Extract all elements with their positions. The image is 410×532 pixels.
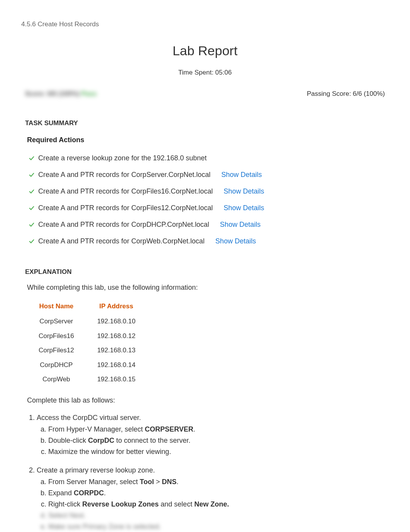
sub-step-text: >: [154, 478, 162, 486]
action-text: Create A and PTR records for CorpWeb.Cor…: [38, 236, 205, 246]
table-row: CorpFiles16 192.168.0.12: [27, 329, 147, 343]
step-title: Create a primary reverse lookup zone.: [37, 466, 155, 474]
sub-step-bold: CORPSERVER: [145, 425, 193, 433]
action-text: Create A and PTR records for CorpFiles16…: [38, 186, 213, 197]
sub-step: Right-click Reverse Lookup Zones and sel…: [48, 499, 389, 510]
action-text: Create a reverse lookup zone for the 192…: [38, 153, 207, 163]
sub-step-text: .: [104, 489, 106, 497]
sub-step-text: Make sure Primary Zone is selected.: [48, 523, 161, 530]
breadcrumb: 4.5.6 Create Host Records: [21, 19, 389, 29]
page-title: Lab Report: [21, 41, 389, 61]
sub-step-blurred: Select Next.: [48, 510, 389, 521]
table-header-ip: IP Address: [86, 298, 147, 314]
table-cell-host: CorpFiles12: [27, 343, 86, 358]
score-result: Score: 6/6 (100%) Pass: [25, 89, 97, 99]
sub-step-bold: Tool: [140, 478, 154, 486]
passing-score: Passing Score: 6/6 (100%): [307, 89, 385, 99]
action-item: Create a reverse lookup zone for the 192…: [28, 150, 389, 167]
action-item: Create A and PTR records for CorpServer.…: [28, 167, 389, 183]
action-text: Create A and PTR records for CorpServer.…: [38, 170, 210, 180]
score-row: Score: 6/6 (100%) Pass Passing Score: 6/…: [21, 89, 389, 99]
show-details-link[interactable]: Show Details: [224, 186, 264, 197]
check-icon: [28, 206, 35, 211]
sub-step-text: and select: [159, 500, 194, 508]
check-icon: [28, 156, 35, 161]
sub-step-bold: CORPDC: [74, 489, 104, 497]
table-row: CorpFiles12 192.168.0.13: [27, 343, 147, 358]
sub-step: Expand CORPDC.: [48, 488, 389, 499]
table-cell-ip: 192.168.0.13: [86, 343, 147, 358]
table-cell-ip: 192.168.0.12: [86, 329, 147, 343]
host-ip-table: Host Name IP Address CorpServer 192.168.…: [27, 298, 147, 387]
step-title: Access the CorpDC virtual server.: [37, 414, 141, 422]
explanation-intro: While completing this lab, use the follo…: [21, 282, 389, 293]
action-list: Create a reverse lookup zone for the 192…: [21, 150, 389, 250]
action-item: Create A and PTR records for CorpDHCP.Co…: [28, 216, 389, 233]
action-item: Create A and PTR records for CorpFiles16…: [28, 183, 389, 200]
sub-step-text: .: [176, 478, 178, 486]
sub-step-bold: New Zone.: [194, 500, 229, 508]
check-icon: [28, 172, 35, 178]
table-header-host: Host Name: [27, 298, 86, 314]
score-status: Pass: [81, 90, 97, 97]
time-spent: Time Spent: 05:06: [21, 68, 389, 78]
table-row: CorpServer 192.168.0.10: [27, 314, 147, 329]
show-details-link[interactable]: Show Details: [220, 219, 261, 230]
explanation-header: EXPLANATION: [21, 267, 389, 277]
check-icon: [28, 189, 35, 194]
table-row: CorpWeb 192.168.0.15: [27, 372, 147, 387]
step-item: Access the CorpDC virtual server. From H…: [37, 413, 389, 457]
table-cell-ip: 192.168.0.10: [86, 314, 147, 329]
score-text: Score: 6/6 (100%): [25, 90, 80, 97]
sub-step-text: Double-click: [48, 437, 88, 444]
sub-step-text: From Hyper-V Manager, select: [48, 425, 145, 433]
check-icon: [28, 222, 35, 228]
sub-step-list: From Hyper-V Manager, select CORPSERVER.…: [37, 424, 389, 457]
sub-step: Maximize the window for better viewing.: [48, 446, 389, 457]
sub-step-text: to connect to the server.: [114, 437, 190, 444]
task-summary-header: TASK SUMMARY: [21, 118, 389, 128]
show-details-link[interactable]: Show Details: [224, 203, 264, 213]
check-icon: [28, 239, 35, 244]
table-cell-ip: 192.168.0.14: [86, 358, 147, 372]
sub-step-text: Maximize the window for better viewing.: [48, 448, 171, 456]
sub-step-text: Right-click: [48, 500, 82, 508]
sub-step-text: .: [193, 425, 195, 433]
complete-instructions: Complete this lab as follows:: [21, 395, 389, 406]
action-item: Create A and PTR records for CorpFiles12…: [28, 200, 389, 216]
sub-step-bold: DNS: [162, 478, 176, 486]
action-item: Create A and PTR records for CorpWeb.Cor…: [28, 233, 389, 250]
table-cell-host: CorpDHCP: [27, 358, 86, 372]
sub-step-blurred: Make sure Primary Zone is selected.: [48, 521, 389, 532]
sub-step: From Hyper-V Manager, select CORPSERVER.: [48, 424, 389, 435]
table-cell-host: CorpWeb: [27, 372, 86, 387]
show-details-link[interactable]: Show Details: [221, 170, 262, 180]
required-actions-header: Required Actions: [21, 135, 389, 145]
action-text: Create A and PTR records for CorpFiles12…: [38, 203, 213, 213]
sub-step-text: Select Next.: [48, 512, 86, 519]
sub-step-bold: CorpDC: [88, 437, 114, 444]
show-details-link[interactable]: Show Details: [215, 236, 256, 246]
table-row: CorpDHCP 192.168.0.14: [27, 358, 147, 372]
action-text: Create A and PTR records for CorpDHCP.Co…: [38, 219, 209, 230]
steps-list: Access the CorpDC virtual server. From H…: [21, 413, 389, 532]
sub-step: From Server Manager, select Tool > DNS.: [48, 476, 389, 488]
sub-step-bold: Reverse Lookup Zones: [82, 500, 159, 508]
sub-step: Double-click CorpDC to connect to the se…: [48, 435, 389, 446]
table-cell-host: CorpFiles16: [27, 329, 86, 343]
sub-step-text: From Server Manager, select: [48, 478, 140, 486]
table-cell-host: CorpServer: [27, 314, 86, 329]
table-cell-ip: 192.168.0.15: [86, 372, 147, 387]
step-item: Create a primary reverse lookup zone. Fr…: [37, 465, 389, 532]
sub-step-list: From Server Manager, select Tool > DNS. …: [37, 476, 389, 532]
sub-step-text: Expand: [48, 489, 74, 497]
